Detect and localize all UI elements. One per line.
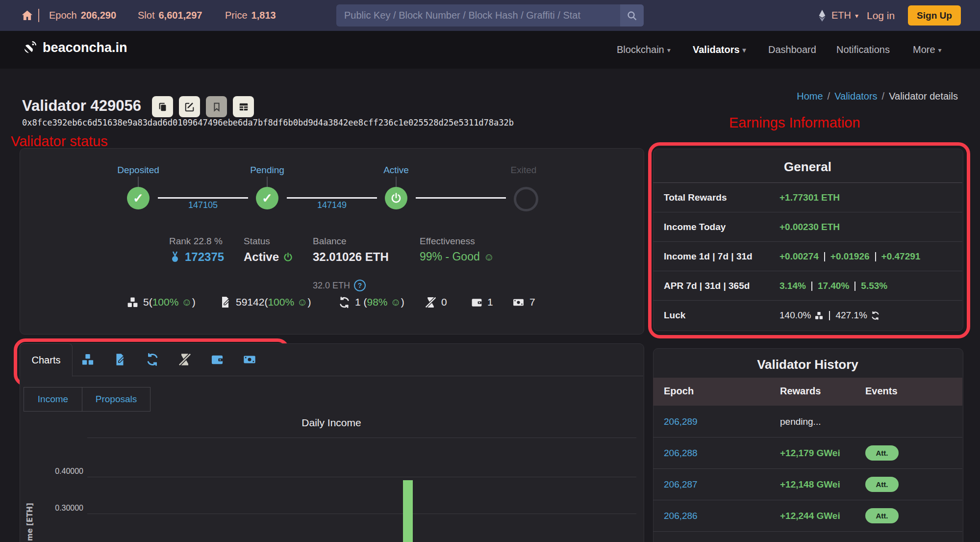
balance-label: Balance: [313, 236, 347, 247]
attestation-badge: Att.: [865, 477, 899, 492]
deposits-counter[interactable]: 1: [471, 294, 493, 310]
withdrawals-counter[interactable]: 7: [512, 294, 535, 310]
cubes-icon: [126, 296, 139, 309]
tab-charts[interactable]: Charts: [20, 343, 73, 377]
attestation-badge: Att.: [865, 445, 899, 461]
hourglass-slash-icon: [178, 353, 192, 366]
bookmark-button[interactable]: [206, 96, 227, 117]
slot-indicator: Slot 6,601,297: [138, 0, 202, 31]
subtab-proposals[interactable]: Proposals: [82, 387, 151, 412]
sync-icon: [871, 311, 880, 320]
flow-line: [416, 197, 506, 199]
income-periods-value: +0.00274+0.01926+0.47291: [779, 251, 920, 262]
effectiveness-text: 99% - Good: [420, 250, 480, 263]
counter-text: 1 (98% ☺): [355, 296, 404, 308]
attestations-counter[interactable]: 59142(100% ☺): [220, 294, 311, 310]
copy-icon: [157, 102, 168, 112]
nav-more[interactable]: More ▾: [913, 31, 942, 69]
chart-gridline: [87, 514, 636, 514]
tab-sync[interactable]: [144, 351, 161, 368]
navbar: beaconcha.in Blockchain ▾ Validators ▾ D…: [0, 31, 980, 69]
help-icon[interactable]: ?: [354, 280, 366, 291]
tab-blocks[interactable]: [79, 351, 96, 368]
nav-blockchain-label: Blockchain: [617, 44, 664, 55]
effectiveness-label: Effectiveness: [420, 236, 475, 247]
history-epoch-link[interactable]: 206,287: [664, 479, 698, 490]
missed-duties-counter[interactable]: 0: [425, 294, 447, 310]
smiley-icon: ☺: [297, 296, 307, 308]
deposited-epoch-link[interactable]: 147105: [164, 200, 242, 210]
sync-duties-counter[interactable]: 1 (98% ☺): [338, 294, 404, 310]
brand-logo[interactable]: beaconcha.in: [22, 40, 127, 55]
signup-button[interactable]: Sign Up: [908, 5, 961, 26]
nav-more-label: More: [913, 44, 935, 55]
search-input[interactable]: [336, 10, 620, 21]
smiley-icon: ☺: [181, 296, 192, 308]
nav-blockchain[interactable]: Blockchain ▾: [617, 31, 671, 69]
deposited-status-icon: ✓: [127, 187, 150, 209]
table-view-button[interactable]: [233, 96, 254, 117]
nav-validators[interactable]: Validators ▾: [693, 31, 746, 69]
attestation-blocks-counter[interactable]: 5(100% ☺): [126, 294, 196, 310]
brand-name: beaconcha.in: [43, 40, 127, 55]
tab-deposits[interactable]: [209, 351, 226, 368]
chart-ytick: 0.30000: [29, 504, 83, 513]
col-events: Events: [865, 386, 898, 397]
general-title: General: [653, 159, 962, 175]
income-periods-label: Income 1d | 7d | 31d: [664, 251, 753, 262]
col-epoch: Epoch: [664, 386, 694, 397]
status-label: Status: [244, 236, 270, 247]
copy-button[interactable]: [152, 96, 173, 117]
file-signature-icon: [114, 353, 126, 366]
chart-gridline: [87, 477, 636, 477]
effective-balance-text: 32.0 ETH: [313, 281, 350, 291]
chart-gridline: [87, 438, 636, 438]
nav-notifications[interactable]: Notifications: [836, 31, 890, 69]
history-epoch-link[interactable]: 206,289: [664, 416, 698, 427]
breadcrumb-sep: /: [882, 91, 885, 102]
flow-stub: [396, 177, 397, 187]
page-title: Validator 429056: [22, 97, 141, 115]
history-reward: +12,179 GWei: [780, 448, 840, 459]
nav-dashboard[interactable]: Dashboard: [768, 31, 816, 69]
breadcrumb-home[interactable]: Home: [797, 91, 823, 102]
divider: [653, 212, 962, 212]
flow-line: [287, 197, 377, 199]
active-status-icon: [385, 187, 407, 209]
currency-selector[interactable]: ETH ▾: [817, 0, 858, 31]
home-icon[interactable]: [21, 0, 34, 31]
apr-label: APR 7d | 31d | 365d: [664, 281, 750, 291]
smiley-icon: ☺: [484, 251, 494, 263]
topbar: Epoch 206,290 Slot 6,601,297 Price 1,813: [0, 0, 980, 31]
bookmark-icon: [212, 102, 222, 112]
exited-status-icon: [514, 187, 538, 211]
attestation-badge: Att.: [865, 508, 899, 523]
divider: [653, 500, 962, 500]
tab-attestations[interactable]: [112, 351, 128, 368]
search-box: [336, 4, 644, 26]
subtab-income[interactable]: Income: [24, 387, 82, 412]
edit-button[interactable]: [179, 96, 200, 117]
rank-number-link[interactable]: 172375: [185, 250, 224, 264]
hourglass-slash-icon: [425, 296, 437, 309]
slot-value-link[interactable]: 6,601,297: [158, 10, 202, 21]
check-icon: ✓: [133, 192, 144, 205]
flow-line: [158, 197, 248, 199]
search-button[interactable]: [620, 4, 644, 26]
tab-missed[interactable]: [176, 351, 193, 368]
history-epoch-link[interactable]: 206,286: [664, 511, 698, 521]
counter-text: 7: [529, 296, 535, 308]
status-value: Active: [244, 250, 293, 264]
history-epoch-link[interactable]: 206,288: [664, 448, 698, 459]
tab-withdrawals[interactable]: [241, 351, 258, 368]
total-rewards-label: Total Rewards: [664, 192, 727, 203]
activation-epoch-link[interactable]: 147149: [293, 200, 371, 210]
epoch-value-link[interactable]: 206,290: [81, 10, 116, 21]
chart-income-bar[interactable]: [403, 480, 413, 542]
slot-label: Slot: [138, 10, 154, 21]
chevron-down-icon: ▾: [938, 46, 942, 54]
general-card: [653, 149, 963, 331]
income-today-label: Income Today: [664, 222, 726, 232]
breadcrumb-validators[interactable]: Validators: [834, 91, 877, 102]
login-link[interactable]: Log in: [867, 0, 895, 31]
